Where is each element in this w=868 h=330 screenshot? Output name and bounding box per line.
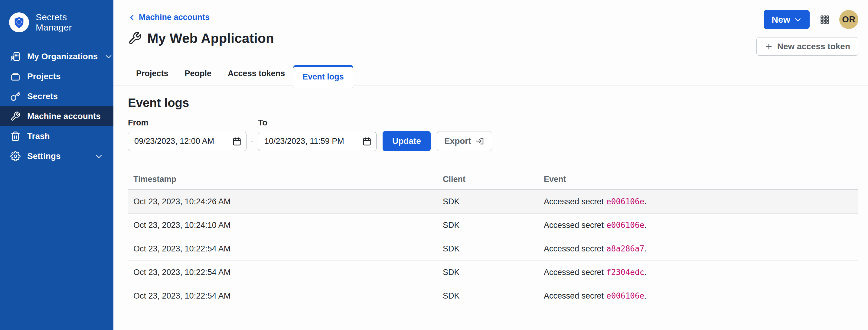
client-cell: SDK [437, 221, 538, 230]
chevron-down-icon [95, 152, 103, 161]
sidebar-item-projects[interactable]: Projects [0, 66, 114, 87]
title-row: My Web Application [128, 31, 858, 46]
client-cell: SDK [437, 244, 538, 254]
column-header-event: Event [538, 170, 858, 190]
wrench-icon [10, 111, 21, 122]
key-icon [10, 91, 21, 102]
page-title: My Web Application [147, 31, 274, 46]
sidebar-item-my-organizations[interactable]: My Organizations [0, 46, 114, 66]
secret-id: a8a286a7 [607, 244, 644, 253]
chevron-down-icon [104, 52, 113, 61]
calendar-icon[interactable] [362, 137, 372, 146]
update-button[interactable]: Update [382, 131, 431, 151]
from-field-group: From [128, 118, 247, 151]
timestamp-cell: Oct 23, 2023, 10:24:26 AM [128, 197, 437, 206]
column-header-timestamp: Timestamp [128, 170, 437, 190]
projects-icon [10, 71, 21, 81]
export-button-label: Export [444, 136, 471, 146]
event-text: Accessed secret [544, 197, 604, 206]
trash-icon [10, 131, 21, 141]
event-cell: Accessed secretf2304edc. [538, 268, 858, 277]
sidebar-item-trash[interactable]: Trash [0, 126, 114, 146]
from-date-field [128, 132, 247, 151]
event-suffix: . [644, 221, 647, 230]
gear-icon [10, 151, 21, 161]
tab-projects[interactable]: Projects [128, 63, 177, 86]
client-cell: SDK [437, 291, 538, 301]
timestamp-cell: Oct 23, 2023, 10:24:10 AM [128, 221, 437, 230]
date-filter-row: From - To Update [128, 118, 858, 151]
app-title: Secrets Manager [36, 12, 105, 33]
secret-id: f2304edc [607, 268, 644, 277]
section-heading: Event logs [128, 96, 858, 110]
column-header-client: Client [437, 170, 538, 190]
sidebar-item-label: Trash [27, 131, 50, 141]
new-access-token-button[interactable]: New access token [756, 37, 858, 56]
tab-people[interactable]: People [177, 63, 220, 86]
event-suffix: . [644, 244, 647, 253]
event-cell: Accessed secrete006106e. [538, 291, 858, 301]
secret-id: e006106e [607, 221, 644, 230]
secret-id: e006106e [607, 291, 644, 300]
chevron-down-icon [794, 16, 802, 24]
tab-access-tokens[interactable]: Access tokens [220, 63, 293, 86]
event-text: Accessed secret [544, 244, 604, 253]
organization-icon [10, 52, 21, 62]
sidebar-nav: My OrganizationsProjectsSecretsMachine a… [0, 46, 114, 166]
sidebar-item-label: My Organizations [27, 52, 98, 61]
sidebar-item-settings[interactable]: Settings [0, 146, 114, 166]
wrench-icon [128, 31, 142, 45]
table-row: Oct 23, 2023, 10:24:26 AMSDKAccessed sec… [128, 190, 858, 213]
export-button[interactable]: Export [437, 131, 492, 151]
date-range-separator: - [247, 137, 258, 151]
sidebar: Secrets Manager My OrganizationsProjects… [0, 0, 114, 330]
from-label: From [128, 118, 247, 128]
table-row: Oct 23, 2023, 10:24:10 AMSDKAccessed sec… [128, 213, 858, 237]
to-field-group: To [258, 118, 376, 151]
sidebar-item-machine-accounts[interactable]: Machine accounts [0, 106, 114, 126]
client-cell: SDK [437, 268, 538, 277]
event-text: Accessed secret [544, 268, 604, 277]
to-date-field [258, 132, 376, 151]
breadcrumb-label: Machine accounts [139, 13, 210, 22]
main-content: New OR New access token [114, 0, 868, 330]
event-cell: Accessed secrete006106e. [538, 197, 858, 206]
top-actions: New OR New access token [756, 10, 858, 56]
from-date-input[interactable] [128, 132, 247, 151]
event-log-table: TimestampClientEvent Oct 23, 2023, 10:24… [128, 170, 858, 308]
table-row: Oct 23, 2023, 10:22:54 AMSDKAccessed sec… [128, 284, 858, 308]
new-button-label: New [772, 14, 790, 25]
event-suffix: . [644, 268, 647, 277]
avatar[interactable]: OR [839, 10, 858, 29]
chevron-left-icon [128, 13, 136, 22]
tab-event-logs[interactable]: Event logs [293, 65, 353, 88]
timestamp-cell: Oct 23, 2023, 10:22:54 AM [128, 244, 437, 254]
event-suffix: . [644, 291, 647, 300]
app-switcher-grid-icon[interactable] [820, 15, 830, 25]
table-row: Oct 23, 2023, 10:22:54 AMSDKAccessed sec… [128, 261, 858, 284]
table-body: Oct 23, 2023, 10:24:26 AMSDKAccessed sec… [128, 190, 858, 308]
avatar-initials: OR [842, 14, 856, 25]
to-label: To [258, 118, 376, 128]
sidebar-item-label: Secrets [27, 92, 58, 101]
table-row: Oct 23, 2023, 10:22:54 AMSDKAccessed sec… [128, 237, 858, 261]
plus-icon [765, 42, 773, 51]
sidebar-item-label: Projects [27, 72, 61, 81]
new-access-token-label: New access token [777, 42, 850, 52]
event-text: Accessed secret [544, 291, 604, 300]
timestamp-cell: Oct 23, 2023, 10:22:54 AM [128, 291, 437, 301]
tab-bar: ProjectsPeopleAccess tokensEvent logs [114, 63, 868, 86]
bitwarden-shield-icon [9, 12, 29, 32]
sidebar-item-secrets[interactable]: Secrets [0, 87, 114, 106]
event-cell: Accessed secrete006106e. [538, 221, 858, 230]
new-button[interactable]: New [764, 10, 810, 29]
secret-id: e006106e [607, 197, 644, 206]
table-header-row: TimestampClientEvent [128, 170, 858, 190]
to-date-input[interactable] [258, 132, 376, 151]
top-actions-row: New OR [764, 10, 858, 29]
calendar-icon[interactable] [232, 137, 242, 146]
app-brand[interactable]: Secrets Manager [0, 0, 114, 42]
timestamp-cell: Oct 23, 2023, 10:22:54 AM [128, 268, 437, 277]
sidebar-item-label: Machine accounts [27, 111, 101, 121]
breadcrumb-machine-accounts[interactable]: Machine accounts [128, 13, 210, 22]
